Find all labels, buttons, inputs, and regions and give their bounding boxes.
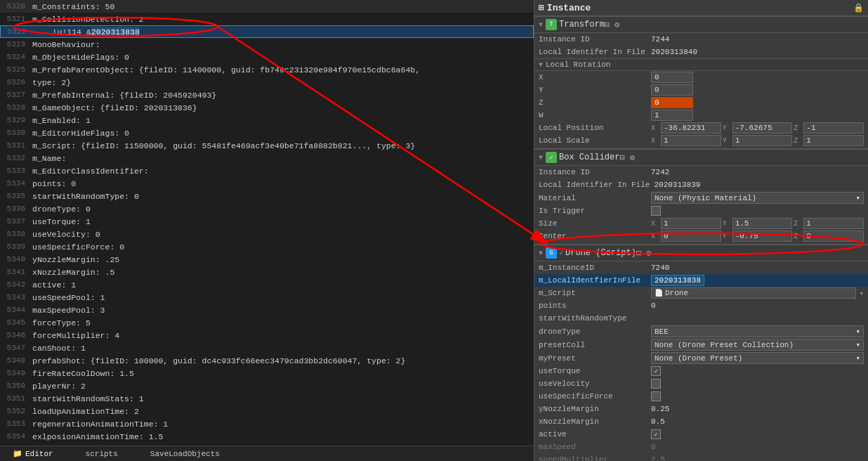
code-line-5340: 5340 yNozzleMargin: .25 [0, 253, 534, 266]
line-content: active: 1 [32, 280, 76, 290]
rot-y-value[interactable]: 0 [651, 84, 693, 96]
ds-ynozzle-label: yNozzleMargin [539, 405, 651, 413]
code-line-5342: 5342 active: 1 [0, 278, 534, 291]
local-rotation-header[interactable]: ▼ Local Rotation [534, 58, 868, 71]
bc-center-row: Center X 0 Y -0.75 Z 0 [534, 230, 868, 242]
pos-z-value[interactable]: -1 [803, 122, 864, 134]
ds-usespecificforce-label: useSpecificForce [539, 392, 651, 401]
center-y-value[interactable]: -0.75 [732, 230, 793, 242]
line-content: useSpecificForce: 0 [32, 242, 124, 252]
transform-instanceid-row: Instance ID 7244 [534, 33, 868, 46]
line-number: 5353 [3, 420, 32, 428]
code-line-5327: 5327 m_PrefabInternal: {fileID: 20459204… [0, 89, 534, 101]
ds-dronetype-dropdown[interactable]: BEE ▾ [651, 325, 864, 337]
bc-material-dropdown[interactable]: None (Physic Material) ▾ [651, 192, 864, 204]
code-line-5328: 5328 m_GameObject: {fileID: 2020313836} [0, 101, 534, 114]
localscale-label: Local Scale [539, 136, 651, 145]
bc-trigger-checkbox[interactable] [651, 206, 661, 216]
box-collider-icon: ✓ [546, 152, 557, 163]
pos-y-value[interactable]: -7.62675 [732, 122, 793, 134]
ds-maxspeed-row: maxSpeed 0 [534, 441, 868, 453]
line-number: 5334 [3, 179, 32, 188]
scale-y-value[interactable]: 1 [732, 135, 793, 146]
bc-gear-icon[interactable]: ⚙ [630, 152, 635, 163]
rot-x-value[interactable]: 0 [651, 72, 693, 83]
pos-x-value[interactable]: -36.82231 [661, 122, 721, 134]
tab-saveloadobjects[interactable]: SaveLoadObjects [145, 448, 225, 460]
line-content: useVelocity: 0 [32, 230, 100, 239]
box-collider-header[interactable]: ▼ ✓ Box Collider ⊟ ⚙ [534, 149, 868, 166]
lock-icon[interactable]: 🔒 [853, 3, 864, 13]
bc-size-row: Size X 1 Y 1.5 Z 1 [534, 217, 868, 230]
center-x-value[interactable]: 0 [661, 230, 721, 242]
code-line-5346: 5346 forceMultiplier: 4 [0, 329, 534, 342]
ds-xnozzle-value: 0.5 [651, 417, 864, 426]
size-x-value[interactable]: 1 [661, 218, 721, 229]
line-number: 5326 [3, 78, 32, 86]
ds-script-ref[interactable]: 📄 Drone [651, 287, 856, 299]
code-line-5345: 5345 forceType: 5 [0, 316, 534, 329]
line-number: 5336 [3, 204, 32, 213]
ds-gear-icon[interactable]: ⚙ [646, 248, 651, 259]
code-line-5323: 5323MonoBehaviour: [0, 38, 534, 51]
bc-instanceid-row: Instance ID 7242 [534, 166, 868, 178]
pos-y-label: Y [723, 124, 731, 132]
ds-usetorque-checkbox[interactable]: ✓ [651, 366, 661, 376]
code-line-5339: 5339 useSpecificForce: 0 [0, 240, 534, 253]
line-number: 5344 [3, 306, 32, 314]
ds-startrandom-label: startWithRandomType [539, 314, 651, 323]
line-number: 5350 [3, 382, 32, 390]
presetcoll-arrow: ▾ [855, 340, 860, 349]
ds-presetcoll-dropdown[interactable]: None (Drone Preset Collection) ▾ [651, 339, 864, 351]
center-z-value[interactable]: 0 [803, 230, 864, 242]
ds-xnozzle-row: xNozzleMargin 0.5 [534, 415, 868, 428]
scale-x-value[interactable]: 1 [661, 135, 721, 146]
size-z-value[interactable]: 1 [803, 218, 864, 229]
localid-label: Local Identifer In File [539, 48, 651, 56]
ds-usespecificforce-checkbox[interactable] [651, 391, 661, 401]
bc-trigger-label: Is Trigger [539, 207, 651, 215]
code-line-5321: 5321 m_CollisionDetection: 2 [0, 13, 534, 25]
ds-instanceid-row: m_InstanceID 7240 [534, 261, 868, 274]
instanceid-label: Instance ID [539, 35, 651, 44]
rot-w-value[interactable]: 1 [651, 110, 693, 121]
transform-gear-icon[interactable]: ⚙ [614, 20, 619, 30]
transform-options-icon[interactable]: ⊟ [605, 20, 610, 30]
ds-mypreset-dropdown[interactable]: None (Drone Preset) ▾ [651, 352, 864, 364]
rot-z-value[interactable]: 0 [651, 97, 693, 108]
bc-trigger-row: Is Trigger [534, 204, 868, 217]
line-content: m_CollisionDetection: 2 [32, 15, 144, 24]
bc-options-icon[interactable]: ⊟ [619, 152, 624, 163]
ds-active-label: active [539, 430, 651, 439]
ds-active-checkbox[interactable]: ✓ [651, 429, 661, 439]
tab-editor[interactable]: 📁 Editor [7, 448, 59, 460]
line-number: 5338 [3, 230, 32, 238]
ds-usetorque-label: useTorque [539, 367, 651, 375]
code-line-5329: 5329 m_Enabled: 1 [0, 114, 534, 126]
transform-icon: T [546, 19, 557, 30]
ds-usevelocity-checkbox[interactable] [651, 379, 661, 389]
line-content: forceMultiplier: 4 [32, 331, 119, 340]
scale-y-label: Y [723, 137, 731, 145]
ds-localid-value[interactable]: 2020313838 [651, 275, 704, 286]
tab-scripts[interactable]: scripts [80, 448, 124, 460]
line-number: 5320 [3, 2, 32, 11]
transform-header[interactable]: ▼ T Transform ⊟ ⚙ [534, 16, 868, 33]
line-number: 5349 [3, 369, 32, 377]
drone-script-header[interactable]: ▼ G ✓ Drone (Script) ⊟ ⚙ [534, 245, 868, 261]
line-number: 5330 [3, 129, 32, 137]
line-content: m_Name: [32, 154, 66, 163]
line-number: 5333 [3, 167, 32, 175]
ds-options-icon[interactable]: ⊟ [636, 248, 641, 259]
scale-z-value[interactable]: 1 [803, 135, 864, 146]
line-content: useSpeedPool: 1 [32, 293, 105, 302]
line-number: 5328 [3, 103, 32, 112]
size-y-value[interactable]: 1.5 [732, 218, 793, 229]
line-number: 5347 [3, 344, 32, 352]
checkmark-icon: ✓ [559, 249, 563, 257]
code-line-5322: 5322--- !u!114 &2020313838 [0, 25, 534, 38]
ds-localid-row: m_LocalIdentfierInFile 2020313838 [534, 274, 868, 287]
line-number: 5348 [3, 356, 32, 365]
line-content: forceType: 5 [32, 318, 91, 327]
bc-center-label: Center [539, 232, 651, 240]
